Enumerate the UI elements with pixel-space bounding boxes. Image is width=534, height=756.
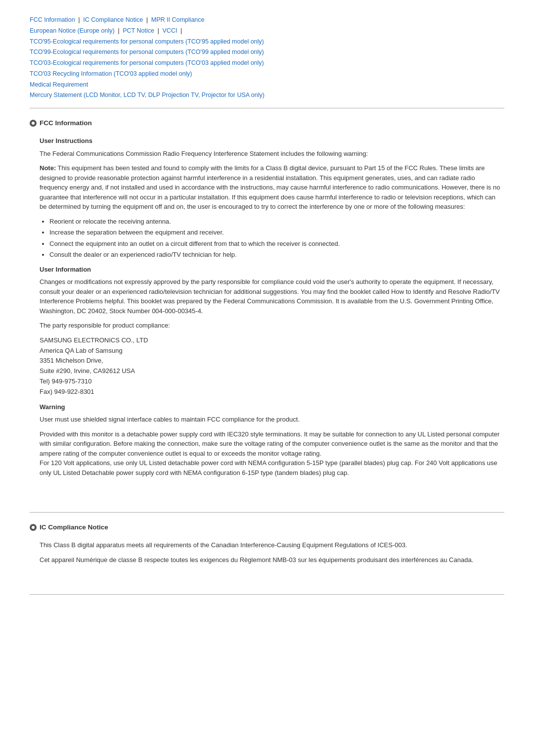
nav-european[interactable]: European Notice (Europe only)	[30, 27, 115, 34]
nav-ic[interactable]: IC Compliance Notice	[83, 16, 143, 23]
nav-line-3: TCO'95-Ecological requirements for perso…	[30, 37, 504, 47]
nav-line-8: Mercury Statement (LCD Monitor, LCD TV, …	[30, 90, 504, 100]
nav-line-5: TCO'03-Ecological requirements for perso…	[30, 58, 504, 68]
nav-mpr[interactable]: MPR II Compliance	[151, 16, 205, 23]
ic-bullet-icon	[30, 524, 37, 531]
ic-p2: Cet appareil Numérique de classe B respe…	[40, 555, 504, 565]
nav-tco03[interactable]: TCO'03-Ecological requirements for perso…	[30, 59, 264, 66]
nav-vcci[interactable]: VCCI	[163, 27, 178, 34]
nav-line-4: TCO'99-Ecological requirements for perso…	[30, 47, 504, 57]
ic-section-title: IC Compliance Notice	[30, 522, 504, 532]
warning-p1: User must use shielded signal interface …	[40, 415, 504, 425]
nav-tco99[interactable]: TCO'99-Ecological requirements for perso…	[30, 48, 264, 55]
section-spacer	[30, 482, 504, 502]
nav-medical[interactable]: Medical Requirement	[30, 81, 88, 88]
party-responsible-label: The party responsible for product compli…	[40, 321, 504, 331]
note-label: Note:	[40, 164, 56, 172]
nav-line-6: TCO'03 Recycling Information (TCO'03 app…	[30, 69, 504, 79]
bullet-3: Connect the equipment into an outlet on …	[49, 239, 504, 249]
fcc-title-text: FCC Information	[40, 118, 92, 128]
fcc-bullet-icon	[30, 120, 37, 127]
address-block: SAMSUNG ELECTRONICS CO., LTDAmerica QA L…	[40, 335, 504, 397]
user-instructions-title: User Instructions	[40, 136, 504, 146]
warning-title: Warning	[40, 402, 504, 412]
warning-p2: Provided with this monitor is a detachab…	[40, 429, 504, 478]
ic-spacer	[30, 569, 504, 584]
nav-fcc[interactable]: FCC Information	[30, 16, 75, 23]
note-text: This equipment has been tested and found…	[40, 164, 500, 210]
nav-line-1: FCC Information | IC Compliance Notice |…	[30, 15, 504, 25]
nav-line-7: Medical Requirement	[30, 80, 504, 90]
nav-mercury[interactable]: Mercury Statement (LCD Monitor, LCD TV, …	[30, 92, 265, 98]
nav-tco95[interactable]: TCO'95-Ecological requirements for perso…	[30, 38, 264, 45]
nav-line-2: European Notice (Europe only) | PCT Noti…	[30, 26, 504, 36]
address-text: SAMSUNG ELECTRONICS CO., LTDAmerica QA L…	[40, 336, 148, 395]
fcc-section: FCC Information User Instructions The Fe…	[30, 118, 504, 513]
nav-links: FCC Information | IC Compliance Notice |…	[30, 15, 504, 100]
ic-section: IC Compliance Notice This Class B digita…	[30, 522, 504, 595]
ic-p1: This Class B digital apparatus meets all…	[40, 540, 504, 550]
user-information-title: User Information	[40, 265, 504, 275]
ic-title-text: IC Compliance Notice	[40, 522, 108, 532]
nav-tco03-recycling[interactable]: TCO'03 Recycling Information (TCO'03 app…	[30, 70, 192, 77]
nav-pct[interactable]: PCT Notice	[123, 27, 154, 34]
user-instructions-p1: The Federal Communications Commission Ra…	[40, 149, 504, 159]
user-information-p1: Changes or modifications not expressly a…	[40, 277, 504, 316]
fcc-section-title: FCC Information	[30, 118, 504, 128]
note-paragraph: Note: This equipment has been tested and…	[40, 163, 504, 212]
top-divider	[30, 108, 504, 108]
fcc-bullets: Reorient or relocate the receiving anten…	[49, 217, 504, 260]
bullet-1: Reorient or relocate the receiving anten…	[49, 217, 504, 227]
bullet-2: Increase the separation between the equi…	[49, 228, 504, 237]
bullet-4: Consult the dealer or an experienced rad…	[49, 250, 504, 260]
